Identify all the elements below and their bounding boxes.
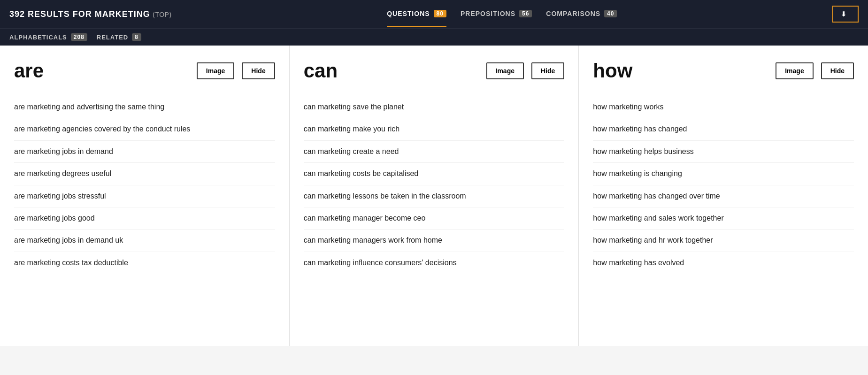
list-item[interactable]: how marketing works bbox=[593, 96, 854, 118]
list-item[interactable]: are marketing degrees useful bbox=[14, 163, 275, 185]
subtab-badge-related: 8 bbox=[132, 33, 141, 41]
list-item[interactable]: are marketing jobs good bbox=[14, 207, 275, 230]
tab-label-prepositions: PREPOSITIONS bbox=[461, 10, 515, 17]
list-item[interactable]: can marketing make you rich bbox=[304, 118, 565, 140]
list-item[interactable]: can marketing save the planet bbox=[304, 96, 565, 118]
main-content: areImageHideare marketing and advertisin… bbox=[0, 46, 868, 346]
list-item[interactable]: how marketing and hr work together bbox=[593, 230, 854, 252]
column-how: howImageHidehow marketing workshow marke… bbox=[579, 46, 868, 346]
image-button-are[interactable]: Image bbox=[197, 62, 234, 79]
item-list-are: are marketing and advertising the same t… bbox=[14, 96, 275, 274]
list-item[interactable]: are marketing jobs stressful bbox=[14, 185, 275, 207]
subheader: ALPHABETICALS 208RELATED 8 bbox=[0, 28, 868, 46]
results-title: 392 RESULTS FOR MARKETING (TOP) bbox=[9, 9, 172, 19]
list-item[interactable]: can marketing influence consumers' decis… bbox=[304, 252, 565, 274]
list-item[interactable]: are marketing costs tax deductible bbox=[14, 252, 275, 274]
list-item[interactable]: can marketing manager become ceo bbox=[304, 207, 565, 230]
hide-button-are[interactable]: Hide bbox=[242, 62, 275, 79]
column-title-are: are bbox=[14, 60, 189, 82]
list-item[interactable]: how marketing and sales work together bbox=[593, 207, 854, 230]
subtab-label-alphabeticals: ALPHABETICALS bbox=[9, 34, 67, 41]
list-item[interactable]: how marketing is changing bbox=[593, 163, 854, 185]
list-item[interactable]: can marketing create a need bbox=[304, 141, 565, 163]
column-header-how: howImageHide bbox=[593, 60, 854, 82]
hide-button-can[interactable]: Hide bbox=[531, 62, 564, 79]
tab-badge-questions: 80 bbox=[434, 10, 446, 17]
list-item[interactable]: are marketing jobs in demand uk bbox=[14, 230, 275, 252]
tab-label-comparisons: COMPARISONS bbox=[546, 10, 600, 17]
image-button-can[interactable]: Image bbox=[486, 62, 524, 79]
header: 392 RESULTS FOR MARKETING (TOP) QUESTION… bbox=[0, 0, 868, 28]
image-button-how[interactable]: Image bbox=[776, 62, 813, 79]
list-item[interactable]: how marketing has evolved bbox=[593, 252, 854, 274]
list-item[interactable]: are marketing and advertising the same t… bbox=[14, 96, 275, 118]
tab-badge-prepositions: 56 bbox=[519, 10, 532, 17]
download-csv-button[interactable]: ⬇ bbox=[832, 6, 859, 23]
subtab-alphabeticals[interactable]: ALPHABETICALS 208 bbox=[9, 33, 87, 41]
main-tabs: QUESTIONS 80PREPOSITIONS 56COMPARISONS 4… bbox=[186, 1, 818, 27]
column-header-can: canImageHide bbox=[304, 60, 565, 82]
item-list-how: how marketing workshow marketing has cha… bbox=[593, 96, 854, 274]
item-list-can: can marketing save the planetcan marketi… bbox=[304, 96, 565, 274]
column-header-are: areImageHide bbox=[14, 60, 275, 82]
list-item[interactable]: can marketing costs be capitalised bbox=[304, 163, 565, 185]
column-are: areImageHideare marketing and advertisin… bbox=[0, 46, 290, 346]
list-item[interactable]: are marketing agencies covered by the co… bbox=[14, 118, 275, 140]
list-item[interactable]: how marketing has changed over time bbox=[593, 185, 854, 207]
list-item[interactable]: how marketing helps business bbox=[593, 141, 854, 163]
list-item[interactable]: how marketing has changed bbox=[593, 118, 854, 140]
tab-label-questions: QUESTIONS bbox=[387, 10, 430, 17]
list-item[interactable]: are marketing jobs in demand bbox=[14, 141, 275, 163]
subtab-badge-alphabeticals: 208 bbox=[71, 33, 87, 41]
hide-button-how[interactable]: Hide bbox=[821, 62, 854, 79]
tab-comparisons[interactable]: COMPARISONS 40 bbox=[546, 1, 617, 27]
subtab-related[interactable]: RELATED 8 bbox=[97, 33, 141, 41]
download-icon: ⬇ bbox=[841, 10, 846, 18]
column-can: canImageHidecan marketing save the plane… bbox=[290, 46, 579, 346]
tab-badge-comparisons: 40 bbox=[604, 10, 617, 17]
column-title-can: can bbox=[304, 60, 479, 82]
list-item[interactable]: can marketing managers work from home bbox=[304, 230, 565, 252]
tab-prepositions[interactable]: PREPOSITIONS 56 bbox=[461, 1, 532, 27]
tab-questions[interactable]: QUESTIONS 80 bbox=[387, 1, 446, 27]
column-title-how: how bbox=[593, 60, 768, 82]
list-item[interactable]: can marketing lessons be taken in the cl… bbox=[304, 185, 565, 207]
subtab-label-related: RELATED bbox=[97, 34, 128, 41]
